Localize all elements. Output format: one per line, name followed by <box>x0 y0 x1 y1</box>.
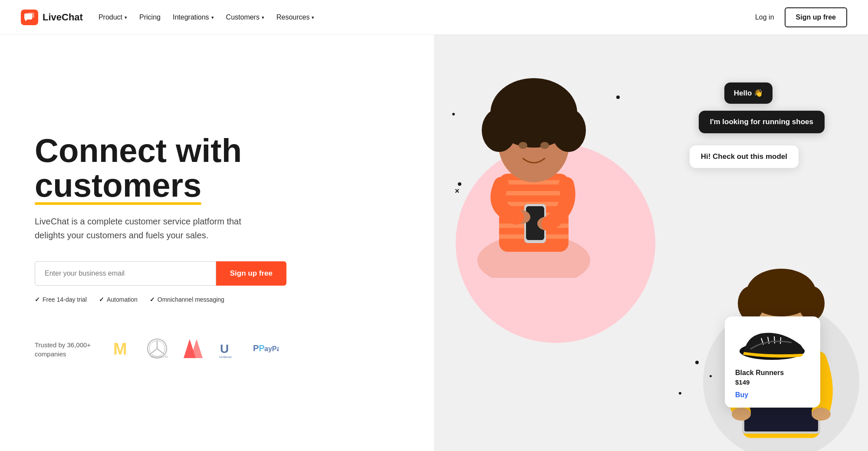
check-icon: ✓ <box>150 296 155 303</box>
trust-logos: M Mercedes-Benz <box>112 338 279 361</box>
chat-bubble-query: I'm looking for running shoes <box>699 111 825 133</box>
woman-figure <box>460 69 608 278</box>
svg-line-57 <box>780 337 781 344</box>
svg-point-30 <box>536 95 566 122</box>
svg-rect-2 <box>28 13 34 18</box>
svg-text:Mercedes-Benz: Mercedes-Benz <box>151 355 168 358</box>
logo[interactable]: LiveChat <box>21 10 83 25</box>
svg-point-32 <box>540 142 549 149</box>
check-icon: ✓ <box>99 296 104 303</box>
chevron-down-icon: ▾ <box>262 15 264 20</box>
product-buy-button[interactable]: Buy <box>735 391 810 399</box>
hero-heading-underlined: customers <box>35 168 201 203</box>
shoe-image <box>735 325 810 364</box>
product-name: Black Runners <box>735 369 810 377</box>
chevron-down-icon: ▾ <box>125 15 127 20</box>
svg-text:PP: PP <box>253 343 265 353</box>
navbar-right: Log in Sign up free <box>755 7 847 27</box>
nav-item-pricing[interactable]: Pricing <box>139 13 161 21</box>
hero-left: Connect with customers LiveChat is a com… <box>0 35 434 451</box>
svg-point-31 <box>519 142 527 149</box>
svg-text:ayPal: ayPal <box>264 345 279 352</box>
svg-text:U: U <box>220 342 229 356</box>
svg-point-41 <box>738 286 764 321</box>
nav-item-product[interactable]: Product ▾ <box>99 13 127 21</box>
product-card: Black Runners $149 Buy <box>725 316 820 408</box>
signup-form: Sign up free <box>35 261 286 286</box>
hero-illustration: Hello 👋 I'm looking for running shoes Hi… <box>434 35 868 451</box>
svg-text:Unilever: Unilever <box>219 355 232 358</box>
adobe-logo <box>184 339 203 360</box>
signup-form-button[interactable]: Sign up free <box>216 261 286 286</box>
login-button[interactable]: Log in <box>755 13 774 21</box>
unilever-logo: U Unilever <box>218 339 237 360</box>
nav-item-customers[interactable]: Customers ▾ <box>226 13 264 21</box>
hero-heading: Connect with customers <box>35 133 408 203</box>
paypal-logo: PP ayPal <box>253 342 279 356</box>
logo-text: LiveChat <box>43 12 83 23</box>
nav-items: Product ▾ Pricing Integrations ▾ Custome… <box>99 13 315 21</box>
svg-line-7 <box>150 349 157 354</box>
nav-item-integrations[interactable]: Integrations ▾ <box>173 13 214 21</box>
logo-icon <box>21 10 38 25</box>
svg-line-8 <box>157 349 164 354</box>
trust-section: Trusted by 36,000+companies M <box>35 338 408 361</box>
trust-label: Trusted by 36,000+companies <box>35 340 91 359</box>
svg-point-51 <box>732 408 751 421</box>
email-input[interactable] <box>35 261 216 286</box>
chat-bubble-hello: Hello 👋 <box>724 82 773 104</box>
navbar-left: LiveChat Product ▾ Pricing Integrations … <box>21 10 314 25</box>
hero-section: Connect with customers LiveChat is a com… <box>0 35 868 451</box>
svg-rect-19 <box>499 191 569 195</box>
chevron-down-icon: ▾ <box>312 15 314 20</box>
svg-point-29 <box>501 95 532 122</box>
nav-item-resources[interactable]: Resources ▾ <box>276 13 314 21</box>
feature-automation: ✓ Automation <box>99 296 138 303</box>
svg-marker-1 <box>25 20 27 21</box>
svg-text:M: M <box>113 340 127 358</box>
svg-point-52 <box>812 408 831 421</box>
navbar: LiveChat Product ▾ Pricing Integrations … <box>0 0 868 35</box>
check-icon: ✓ <box>35 296 40 303</box>
features-list: ✓ Free 14-day trial ✓ Automation ✓ Omnic… <box>35 296 408 303</box>
feature-omnichannel: ✓ Omnichannel messaging <box>150 296 224 303</box>
mercedes-logo: Mercedes-Benz <box>146 338 168 361</box>
chat-bubble-response: Hi! Check out this model <box>690 145 799 168</box>
chevron-down-icon: ▾ <box>211 15 214 20</box>
hero-right: Hello 👋 I'm looking for running shoes Hi… <box>434 35 868 451</box>
svg-point-42 <box>799 286 825 321</box>
svg-line-56 <box>774 336 775 343</box>
hero-subheading: LiveChat is a complete customer service … <box>35 214 260 242</box>
feature-trial: ✓ Free 14-day trial <box>35 296 87 303</box>
navbar-signup-button[interactable]: Sign up free <box>785 7 847 27</box>
product-price: $149 <box>735 379 810 386</box>
mcdonalds-logo: M <box>112 339 131 360</box>
